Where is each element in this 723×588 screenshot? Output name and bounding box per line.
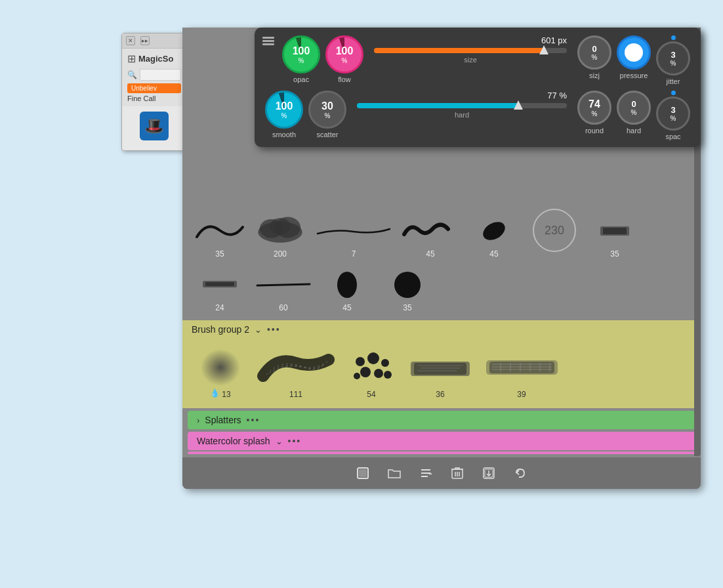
brush-item-13-spot[interactable]: 💧 13: [190, 344, 251, 403]
unbeliev-button[interactable]: Unbeliev: [127, 83, 181, 93]
svg-rect-13: [205, 282, 234, 286]
scatter-knob-group: 30 % scatter: [308, 91, 346, 138]
jitter-dot: [671, 35, 676, 40]
sort-button[interactable]: [415, 463, 436, 484]
size-label: size: [374, 56, 567, 64]
app-title: MagicSo: [138, 54, 173, 64]
brush-item-45-dark-oval[interactable]: 45: [318, 262, 377, 315]
close-button[interactable]: ✕: [126, 36, 135, 45]
brush-item-35-rect[interactable]: 35: [585, 209, 644, 261]
brush-preview: [257, 348, 335, 387]
brush-item-35-circle[interactable]: 35: [378, 262, 437, 315]
brush-controls-overlay: 100 % opac 100 % flow 601 px: [255, 28, 701, 147]
splatters-label: Splatters: [205, 415, 241, 425]
brush-item-45-wave[interactable]: 45: [398, 209, 463, 261]
svg-rect-26: [414, 363, 466, 375]
smooth-knob-group: 100 % smooth: [265, 91, 303, 138]
group2-collapse-button[interactable]: ⌄: [255, 325, 262, 335]
svg-rect-11: [603, 228, 627, 234]
brush-preview: [194, 268, 246, 301]
hard-slider-thumb[interactable]: [514, 100, 523, 110]
watercolor-label: Watercolor splash: [197, 436, 270, 446]
group2-more-button[interactable]: •••: [267, 324, 281, 335]
watercolor-header: Watercolor splash ⌄ •••: [188, 432, 695, 450]
search-bar: 🔍: [127, 69, 181, 81]
svg-point-24: [384, 371, 392, 379]
size-slider-thumb[interactable]: [539, 45, 548, 54]
undo-button[interactable]: [510, 463, 531, 484]
watercolor-section: Watercolor splash ⌄ •••: [188, 432, 695, 454]
folder-button[interactable]: [384, 463, 405, 484]
hard-pct-label: 77 %: [547, 91, 567, 100]
svg-point-21: [360, 367, 371, 377]
brush-item-39-texture[interactable]: 39: [479, 344, 564, 403]
fine-calli-label: Fine Call: [127, 93, 181, 104]
delete-button[interactable]: [447, 463, 468, 484]
spac-knob[interactable]: 3 %: [656, 96, 690, 131]
watercolor-collapse-button[interactable]: ⌄: [276, 436, 283, 446]
svg-point-23: [354, 373, 360, 379]
size-slider-section: 601 px size: [369, 35, 572, 64]
watercolor-more-button[interactable]: •••: [288, 436, 302, 446]
hard-slider-track[interactable]: [357, 103, 567, 108]
brush-item-230-selected[interactable]: 230: [525, 209, 584, 261]
brush-item-36-grunge[interactable]: 36: [404, 344, 476, 403]
splatters-more-button[interactable]: •••: [247, 415, 260, 425]
svg-rect-1: [262, 40, 274, 42]
svg-point-18: [356, 357, 365, 366]
smooth-knob[interactable]: 100 %: [265, 91, 303, 129]
export-button[interactable]: [478, 463, 499, 484]
size-slider-track[interactable]: [374, 48, 567, 53]
svg-line-14: [257, 284, 310, 285]
layers-icon[interactable]: ⊞: [127, 52, 136, 65]
hard-label: hard: [357, 111, 567, 119]
pressure-inner-circle: [625, 43, 643, 62]
brush-item-24-rect[interactable]: 24: [190, 262, 249, 315]
svg-rect-42: [359, 469, 367, 477]
opac-knob[interactable]: 100 %: [282, 35, 320, 74]
brush-item-54-dots[interactable]: 54: [341, 344, 402, 403]
hard-bottom-knob[interactable]: 0 %: [617, 91, 651, 125]
brush-item-200-cloud[interactable]: 200: [251, 209, 310, 261]
magic-hat-icon: 🎩: [140, 112, 169, 140]
svg-point-15: [337, 272, 357, 298]
flow-knob[interactable]: 100 %: [325, 35, 363, 74]
brush-preview: [254, 268, 313, 301]
scatter-knob[interactable]: 30 %: [308, 91, 346, 129]
sizj-knob-group: 0 % sizj: [577, 35, 611, 79]
jitter-knob-group: 3 % jitter: [656, 35, 690, 85]
round-knob[interactable]: 74 %: [577, 91, 611, 125]
spac-dot: [671, 91, 676, 95]
panel-layers-icon[interactable]: [261, 34, 276, 51]
splatters-header: › Splatters •••: [188, 411, 695, 429]
bottom-toolbar: [182, 457, 701, 489]
search-icon: 🔍: [127, 70, 137, 79]
brush-item-7-thin[interactable]: 7: [311, 209, 396, 261]
app-title-section: ⊞ MagicSo 🔍 Unbeliev Fine Call: [122, 49, 186, 106]
group2-section: Brush group 2 ⌄ •••: [182, 320, 701, 408]
svg-point-16: [394, 272, 421, 298]
brush-item-60-dash[interactable]: 60: [251, 262, 316, 315]
brush-preview: [401, 214, 460, 247]
flow-knob-group: 100 % flow: [325, 35, 363, 83]
jitter-knob[interactable]: 3 %: [656, 41, 690, 75]
brush-item-111-feather[interactable]: 111: [253, 344, 339, 403]
splatters-expand-button[interactable]: ›: [197, 415, 199, 425]
svg-point-6: [270, 218, 291, 234]
sizj-knob[interactable]: 0 %: [577, 35, 611, 70]
pressure-knob[interactable]: [617, 35, 651, 70]
brush-manager-panel: 100 % opac 100 % flow 601 px: [182, 28, 701, 489]
brush-preview: [345, 348, 398, 387]
svg-text:230: 230: [545, 224, 564, 237]
brush-item-45-oval[interactable]: 45: [465, 209, 524, 261]
drop-icon: 💧: [210, 388, 220, 398]
new-brush-button[interactable]: [352, 463, 373, 484]
brush-preview: [589, 214, 641, 247]
brush-preview: [381, 268, 434, 301]
expand-button[interactable]: ▸▸: [140, 36, 150, 45]
brush-preview: [194, 348, 247, 387]
search-input[interactable]: [140, 69, 181, 81]
app-window: ✕ ▸▸ ⊞ MagicSo 🔍 Unbeliev Fine Call 🎩: [121, 33, 187, 151]
group2-brush-grid: 💧 13 111: [182, 339, 701, 408]
brush-item-35-curve[interactable]: 35: [190, 209, 249, 261]
